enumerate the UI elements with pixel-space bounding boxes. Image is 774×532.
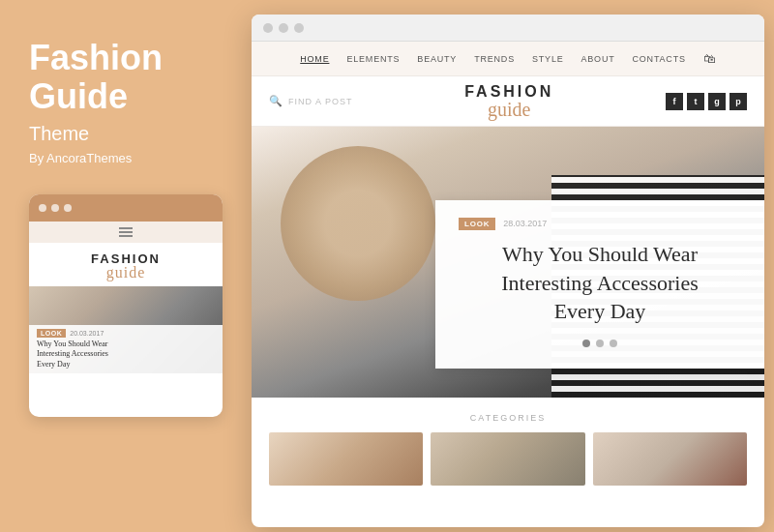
mobile-image-area: LOOK 20.03.2017 Why You Should Wear Inte… [29, 286, 223, 373]
social-pinterest[interactable]: p [729, 93, 747, 110]
slider-dot-3[interactable] [610, 340, 617, 347]
hamburger-icon[interactable] [119, 227, 133, 237]
nav-elements[interactable]: ELEMENTS [346, 54, 400, 64]
category-thumb-1[interactable] [269, 432, 423, 486]
browser-window: HOME ELEMENTS BEAUTY TRENDS STYLE ABOUT … [252, 15, 764, 527]
article-tag: LOOK [459, 218, 495, 230]
article-card: LOOK 28.03.2017 Why You Should Wear Inte… [435, 200, 764, 369]
mobile-top-bar [29, 194, 223, 222]
browser-chrome-bar [252, 15, 764, 42]
nav-contacts[interactable]: CONTACTS [633, 54, 686, 64]
mobile-tag: LOOK [37, 329, 66, 338]
social-icons: f t g p [666, 93, 747, 110]
mobile-post-date: 20.03.2017 [70, 330, 104, 337]
site-header: 🔍 FIND A POST FASHION guide f t g p [252, 76, 764, 127]
browser-dot-1[interactable] [263, 23, 273, 33]
app-subtitle: Theme [29, 123, 211, 145]
nav-style[interactable]: STYLE [532, 54, 564, 64]
nav-trends[interactable]: TRENDS [474, 54, 515, 64]
mobile-logo-area: FASHION guide [29, 243, 223, 286]
by-line: By AncoraThemes [29, 151, 211, 165]
category-thumb-3[interactable] [593, 432, 747, 486]
site-logo-main: FASHION [464, 84, 553, 100]
hero-area: LOOK 28.03.2017 Why You Should Wear Inte… [252, 127, 764, 398]
social-twitter[interactable]: t [687, 93, 704, 110]
mobile-nav-bar [29, 222, 223, 243]
article-date: 28.03.2017 [503, 219, 547, 228]
social-google[interactable]: g [708, 93, 726, 110]
search-area[interactable]: 🔍 FIND A POST [269, 95, 353, 107]
slider-dot-2[interactable] [596, 340, 604, 347]
hero-hat-image [281, 146, 435, 301]
cart-icon[interactable]: 🛍 [703, 51, 716, 67]
left-panel: Fashion Guide Theme By AncoraThemes FASH… [0, 0, 240, 532]
categories-section: CATEGORIES [252, 398, 764, 495]
browser-dot-2[interactable] [279, 23, 288, 33]
mobile-preview: FASHION guide LOOK 20.03.2017 Why You Sh… [29, 194, 223, 417]
mobile-dot-3 [64, 204, 72, 212]
slider-dots [459, 340, 741, 347]
article-meta: LOOK 28.03.2017 [459, 218, 741, 230]
browser-dot-3[interactable] [294, 23, 304, 33]
search-icon[interactable]: 🔍 [269, 95, 283, 107]
nav-home[interactable]: HOME [300, 54, 329, 64]
mobile-content-overlay: LOOK 20.03.2017 Why You Should Wear Inte… [29, 325, 223, 373]
category-thumb-2[interactable] [431, 432, 584, 486]
site-logo[interactable]: FASHION guide [464, 84, 553, 119]
social-facebook[interactable]: f [666, 93, 683, 110]
nav-about[interactable]: ABOUT [581, 54, 615, 64]
mobile-logo-script: guide [39, 265, 213, 281]
category-thumbnails [269, 432, 747, 486]
mobile-tag-date: LOOK 20.03.2017 [37, 329, 215, 338]
site-logo-script: guide [464, 100, 553, 119]
nav-beauty[interactable]: BEAUTY [417, 54, 457, 64]
article-title[interactable]: Why You Should Wear Interesting Accessor… [459, 240, 741, 326]
search-placeholder-text: FIND A POST [288, 97, 353, 106]
mobile-dot-2 [51, 204, 59, 212]
app-title: Fashion Guide [29, 39, 211, 115]
mobile-dot-1 [39, 204, 46, 212]
slider-dot-1[interactable] [582, 340, 590, 347]
site-nav: HOME ELEMENTS BEAUTY TRENDS STYLE ABOUT … [252, 42, 764, 76]
mobile-post-title: Why You Should Wear Interesting Accessor… [37, 340, 215, 369]
categories-label: CATEGORIES [269, 413, 747, 423]
